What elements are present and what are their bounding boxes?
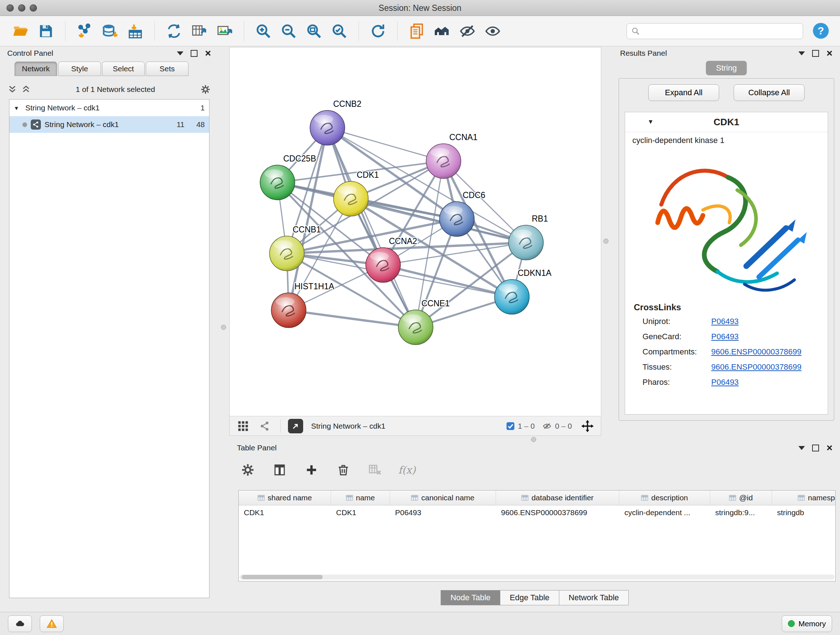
home-networks-button[interactable] — [431, 20, 453, 42]
column-header-description[interactable]: description — [619, 491, 710, 505]
panel-close-icon[interactable] — [826, 50, 833, 57]
column-header-name[interactable]: name — [331, 491, 390, 505]
table-cell[interactable]: stringdb — [772, 505, 836, 520]
tree-expand-icon[interactable]: ▼ — [14, 105, 22, 111]
tab-sets[interactable]: Sets — [146, 62, 188, 76]
tab-edge-table[interactable]: Edge Table — [500, 590, 559, 605]
eye-slash-small-icon[interactable] — [542, 422, 552, 431]
show-columns-button[interactable] — [271, 461, 288, 478]
crosslink-link[interactable]: P06493 — [711, 332, 739, 341]
open-in-window-button[interactable] — [288, 419, 303, 433]
panel-collapse-icon[interactable] — [798, 51, 805, 55]
chevrons-up-icon[interactable] — [22, 85, 30, 94]
column-header-canonical-name[interactable]: canonical name — [390, 491, 496, 505]
warnings-button[interactable] — [40, 616, 64, 632]
protein-collapse-icon[interactable]: ▼ — [645, 118, 656, 126]
column-header-shared-name[interactable]: shared name — [239, 491, 331, 505]
checkbox-icon[interactable] — [506, 421, 515, 431]
panel-float-icon[interactable] — [191, 50, 197, 57]
network-node-ccna1[interactable]: CCNA1 — [426, 133, 477, 179]
network-node-hist1h1a[interactable]: HIST1H1A — [271, 282, 335, 328]
clone-network-button[interactable] — [163, 20, 185, 42]
network-node-rb1[interactable]: RB1 — [508, 214, 548, 260]
table-cell[interactable]: CDK1 — [331, 505, 390, 520]
import-network-file-button[interactable] — [73, 20, 96, 42]
memory-button[interactable]: Memory — [782, 616, 832, 632]
network-edge[interactable] — [289, 310, 416, 327]
save-session-button[interactable] — [35, 20, 57, 42]
network-node-ccnb2[interactable]: CCNB2 — [310, 99, 362, 145]
column-header--id[interactable]: @id — [710, 491, 772, 505]
column-header-namespace[interactable]: namespace — [772, 491, 836, 505]
help-button[interactable]: ? — [811, 21, 831, 41]
hide-selected-button[interactable] — [456, 20, 478, 42]
window-titlebar[interactable]: Session: New Session — [0, 0, 840, 16]
expand-all-button[interactable]: Expand All — [648, 84, 719, 101]
panel-float-icon[interactable] — [812, 50, 819, 57]
table-horizontal-scrollbar[interactable] — [240, 575, 835, 580]
crosslink-row: Tissues:9606.ENSP00000378699 — [625, 359, 828, 375]
refresh-layout-button[interactable] — [367, 20, 389, 42]
zoom-selected-button[interactable] — [328, 20, 351, 42]
scrollbar-thumb[interactable] — [242, 575, 323, 579]
create-column-button[interactable] — [303, 461, 320, 478]
copy-document-button[interactable] — [406, 20, 428, 42]
table-cell[interactable]: cyclin-dependent ... — [619, 505, 710, 520]
network-node-cdc25b[interactable]: CDC25B — [260, 154, 316, 200]
tab-select[interactable]: Select — [102, 62, 145, 76]
table-cell[interactable]: P06493 — [390, 505, 496, 520]
panel-collapse-icon[interactable] — [798, 446, 805, 450]
crosslink-link[interactable]: 9606.ENSP00000378699 — [711, 347, 802, 356]
table-row[interactable]: CDK1CDK1P064939606.ENSP00000378699cyclin… — [239, 505, 835, 520]
export-image-button[interactable] — [213, 20, 236, 42]
table-cell[interactable]: CDK1 — [239, 505, 331, 520]
network-overview-button[interactable] — [256, 418, 273, 434]
tab-style[interactable]: Style — [58, 62, 101, 76]
tab-string[interactable]: String — [706, 61, 747, 75]
horizontal-splitter-handle[interactable] — [531, 437, 536, 442]
search-input[interactable] — [644, 27, 798, 36]
zoom-in-button[interactable] — [252, 20, 275, 42]
panel-collapse-icon[interactable] — [177, 51, 183, 55]
vertical-splitter-handle[interactable] — [603, 239, 608, 244]
tab-network-table[interactable]: Network Table — [559, 590, 629, 605]
import-network-database-button[interactable] — [99, 20, 121, 42]
show-all-button[interactable] — [482, 20, 504, 42]
column-header-database-identifier[interactable]: database identifier — [496, 491, 619, 505]
crosslink-link[interactable]: P06493 — [711, 378, 739, 387]
panel-float-icon[interactable] — [812, 445, 819, 451]
delete-table-button-disabled[interactable] — [366, 461, 384, 478]
crosslink-link[interactable]: 9606.ENSP00000378699 — [711, 363, 802, 372]
network-node-cdk1[interactable]: CDK1 — [333, 170, 379, 216]
panel-close-icon[interactable] — [205, 50, 211, 57]
import-table-button[interactable] — [124, 20, 147, 42]
table-cell[interactable]: 9606.ENSP00000378699 — [496, 505, 619, 520]
panel-close-icon[interactable] — [826, 445, 833, 451]
cloud-status-button[interactable] — [8, 616, 32, 632]
table-cell[interactable]: stringdb:9... — [710, 505, 772, 520]
function-builder-button[interactable]: f(x) — [398, 461, 416, 478]
network-node-cdkn1a[interactable]: CDKN1A — [494, 268, 552, 314]
collapse-all-button[interactable]: Collapse All — [734, 84, 805, 101]
open-session-button[interactable] — [9, 20, 32, 42]
network-edge[interactable] — [327, 128, 444, 161]
network-canvas[interactable]: CCNB2CCNA1CDC25BCDK1CDC6RB1CCNB1CCNA2CDK… — [230, 48, 601, 416]
tab-network[interactable]: Network — [14, 62, 57, 76]
network-collection-row[interactable]: ▼ String Network – cdk1 1 — [9, 100, 209, 116]
tab-node-table[interactable]: Node Table — [441, 590, 500, 605]
vertical-splitter-handle[interactable] — [221, 325, 226, 330]
export-table-button[interactable] — [188, 20, 210, 42]
table-panel-header: Table Panel — [234, 442, 836, 453]
birds-eye-view-button[interactable] — [235, 418, 251, 434]
cloud-icon — [14, 619, 26, 629]
crosslink-label: GeneCard: — [643, 332, 711, 341]
chevrons-down-icon[interactable] — [8, 85, 17, 94]
network-row[interactable]: String Network – cdk1 11 48 — [9, 116, 209, 133]
fit-content-button[interactable] — [579, 418, 596, 434]
zoom-fit-button[interactable] — [303, 20, 325, 42]
crosslink-link[interactable]: P06493 — [711, 317, 739, 326]
table-settings-button[interactable] — [239, 461, 256, 478]
zoom-out-button[interactable] — [278, 20, 300, 42]
delete-column-button[interactable] — [335, 461, 352, 478]
gear-icon[interactable] — [201, 84, 210, 95]
